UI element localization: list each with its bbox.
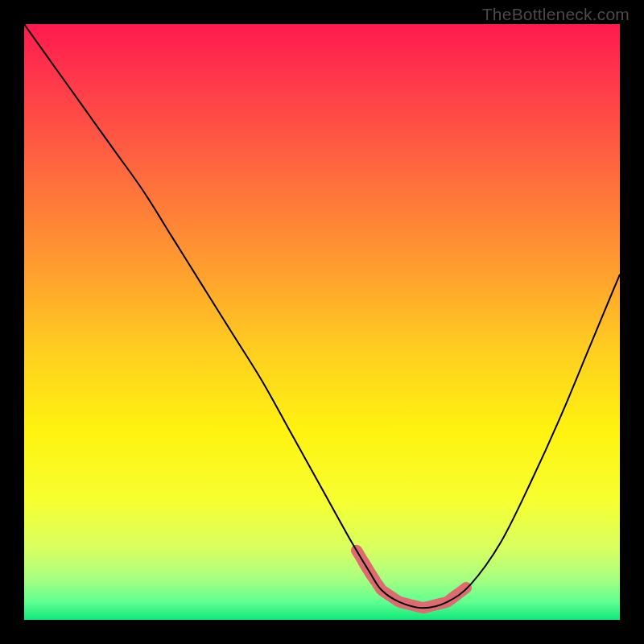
plot-area (24, 24, 620, 620)
gradient-background (24, 24, 620, 620)
bottleneck-chart-svg (24, 24, 620, 620)
plot-inner (24, 24, 620, 620)
watermark-text: TheBottleneck.com (482, 5, 630, 24)
chart-container: TheBottleneck.com (0, 0, 644, 644)
